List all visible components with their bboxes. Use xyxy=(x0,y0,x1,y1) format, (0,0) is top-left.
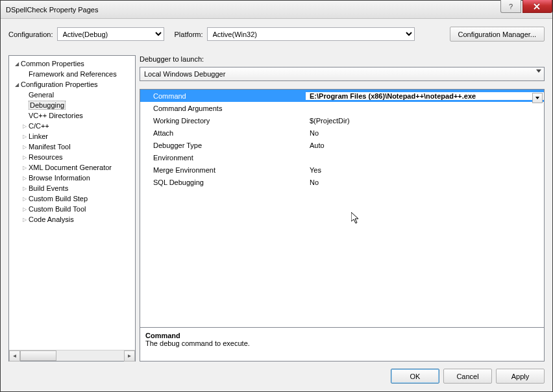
property-grid-body[interactable]: CommandE:\Program Files (x86)\Notepad++\… xyxy=(140,90,544,327)
chevron-down-icon xyxy=(536,69,541,73)
tree-expander-icon[interactable]: ▷ xyxy=(21,175,29,181)
tree-item-label: Common Properties xyxy=(21,60,84,67)
tree-item-label: XML Document Generator xyxy=(29,164,112,171)
apply-button[interactable]: Apply xyxy=(496,369,545,384)
close-button[interactable] xyxy=(522,0,552,13)
body: ◢Common PropertiesFramework and Referenc… xyxy=(8,55,545,361)
tree-item[interactable]: Debugging xyxy=(9,100,135,110)
property-name: Environment xyxy=(140,154,306,162)
tree-expander-icon[interactable]: ▷ xyxy=(21,154,29,160)
tree-expander-icon[interactable]: ▷ xyxy=(21,196,29,202)
tree-item-label: C/C++ xyxy=(29,122,49,130)
window-controls: ? xyxy=(500,1,552,18)
tree-item[interactable]: VC++ Directories xyxy=(9,110,135,121)
tree-item[interactable]: ▷Linker xyxy=(9,131,135,141)
tree-item[interactable]: ▷Custom Build Step xyxy=(9,193,135,204)
property-tree[interactable]: ◢Common PropertiesFramework and Referenc… xyxy=(9,56,135,350)
property-row[interactable]: Merge EnvironmentYes xyxy=(140,164,544,176)
property-row[interactable]: CommandE:\Program Files (x86)\Notepad++\… xyxy=(140,90,544,102)
tree-item[interactable]: ▷Build Events xyxy=(9,183,135,193)
property-value[interactable]: Yes xyxy=(306,166,544,174)
tree-item-label: Custom Build Step xyxy=(29,195,88,202)
ok-button[interactable]: OK xyxy=(391,369,439,384)
scroll-right-icon[interactable]: ► xyxy=(124,350,135,361)
tree-item-label: Custom Build Tool xyxy=(29,205,86,213)
property-value[interactable]: E:\Program Files (x86)\Notepad++\notepad… xyxy=(306,92,544,100)
chevron-down-icon[interactable] xyxy=(532,93,543,103)
property-name: Working Directory xyxy=(140,117,306,125)
property-row[interactable]: Command Arguments xyxy=(140,102,544,114)
tree-pane: ◢Common PropertiesFramework and Referenc… xyxy=(8,55,136,361)
tree-expander-icon[interactable]: ▷ xyxy=(21,186,29,191)
configuration-manager-button[interactable]: Configuration Manager... xyxy=(450,27,545,42)
tree-item-label: VC++ Directories xyxy=(29,112,83,119)
tree-item[interactable]: ▷Browse Information xyxy=(9,173,135,183)
debugger-combo-value: Local Windows Debugger xyxy=(144,70,225,78)
tree-item[interactable]: General xyxy=(9,90,135,100)
platform-combo[interactable]: Active(Win32) xyxy=(207,27,415,41)
scroll-left-icon[interactable]: ◄ xyxy=(9,350,20,361)
tree-item[interactable]: ▷Manifest Tool xyxy=(9,141,135,152)
tree-item-label: Linker xyxy=(29,132,48,140)
debugger-combo[interactable]: Local Windows Debugger xyxy=(140,67,545,81)
titlebar[interactable]: DSpellCheck Property Pages ? xyxy=(1,1,552,19)
tree-expander-icon[interactable]: ▷ xyxy=(21,123,29,129)
configuration-combo[interactable]: Active(Debug) xyxy=(57,27,164,41)
tree-item-label: Framework and References xyxy=(29,70,117,78)
tree-item[interactable]: ▷Resources xyxy=(9,152,135,162)
property-name: SQL Debugging xyxy=(140,178,306,186)
tree-expander-icon[interactable]: ▷ xyxy=(21,144,29,150)
tree-item-label: Code Analysis xyxy=(29,215,74,223)
dialog-window: DSpellCheck Property Pages ? Configurati… xyxy=(0,0,553,392)
property-row[interactable]: Environment xyxy=(140,151,544,164)
help-button[interactable]: ? xyxy=(500,0,521,13)
tree-expander-icon[interactable]: ▷ xyxy=(21,165,29,171)
tree-item[interactable]: ◢Configuration Properties xyxy=(9,79,135,90)
scroll-thumb[interactable] xyxy=(20,350,56,361)
right-pane: Debugger to launch: Local Windows Debugg… xyxy=(140,55,545,361)
cancel-button[interactable]: Cancel xyxy=(443,369,492,384)
platform-label: Platform: xyxy=(175,31,203,38)
property-value[interactable]: $(ProjectDir) xyxy=(306,117,544,125)
property-value[interactable]: No xyxy=(306,178,544,186)
tree-expander-icon[interactable]: ◢ xyxy=(13,61,21,67)
property-name: Debugger Type xyxy=(140,141,306,149)
description-text: The debug command to execute. xyxy=(145,339,539,347)
tree-item[interactable]: ▷Code Analysis xyxy=(9,214,135,225)
config-toolbar: Configuration: Active(Debug) Platform: A… xyxy=(8,27,545,42)
tree-item[interactable]: ▷XML Document Generator xyxy=(9,162,135,173)
property-name: Merge Environment xyxy=(140,166,306,174)
tree-item-label: Browse Information xyxy=(29,174,90,182)
property-grid: CommandE:\Program Files (x86)\Notepad++\… xyxy=(140,89,545,361)
window-title: DSpellCheck Property Pages xyxy=(6,6,500,14)
property-value[interactable]: No xyxy=(306,129,544,137)
close-icon xyxy=(534,3,541,10)
tree-item-label: Resources xyxy=(29,153,63,161)
configuration-label: Configuration: xyxy=(8,31,53,38)
tree-item[interactable]: Framework and References xyxy=(9,69,135,79)
property-row[interactable]: Debugger TypeAuto xyxy=(140,139,544,151)
tree-expander-icon[interactable]: ◢ xyxy=(13,82,21,88)
tree-item[interactable]: ◢Common Properties xyxy=(9,58,135,69)
property-row[interactable]: SQL DebuggingNo xyxy=(140,176,544,188)
tree-expander-icon[interactable]: ▷ xyxy=(21,217,29,223)
debugger-launch-label: Debugger to launch: xyxy=(140,55,545,63)
dialog-content: Configuration: Active(Debug) Platform: A… xyxy=(1,19,552,391)
property-name: Attach xyxy=(140,129,306,137)
property-name: Command Arguments xyxy=(140,104,306,112)
tree-hscroll[interactable]: ◄ ► xyxy=(9,350,135,361)
tree-item-label: Manifest Tool xyxy=(29,143,71,151)
property-row[interactable]: AttachNo xyxy=(140,127,544,139)
tree-expander-icon[interactable]: ▷ xyxy=(21,134,29,140)
tree-expander-icon[interactable]: ▷ xyxy=(21,206,29,212)
property-name: Command xyxy=(140,92,306,100)
tree-item[interactable]: ▷C/C++ xyxy=(9,121,135,131)
property-row[interactable]: Working Directory$(ProjectDir) xyxy=(140,114,544,127)
tree-item-label: General xyxy=(29,91,54,99)
dialog-footer: OK Cancel Apply xyxy=(391,369,545,384)
scroll-track[interactable] xyxy=(20,350,124,361)
property-value[interactable]: Auto xyxy=(306,141,544,149)
description-title: Command xyxy=(145,332,539,339)
tree-item-label: Configuration Properties xyxy=(21,80,98,88)
tree-item[interactable]: ▷Custom Build Tool xyxy=(9,204,135,214)
